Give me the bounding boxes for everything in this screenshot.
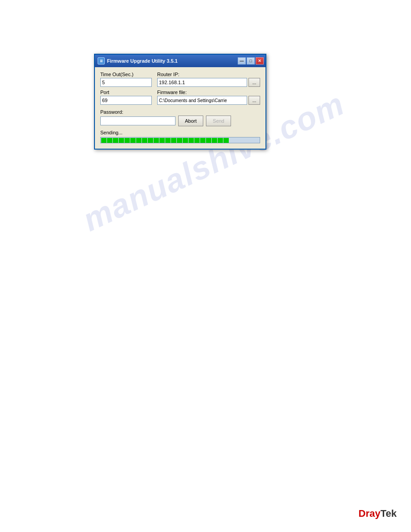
firmware-group: Firmware file: ... xyxy=(157,90,260,105)
router-ip-input[interactable] xyxy=(157,78,247,87)
title-bar: 🖥 Firmware Upgrade Utility 3.5.1 — □ ✕ xyxy=(95,55,265,67)
password-action-row: Abort Send xyxy=(100,116,260,126)
router-ip-input-row: ... xyxy=(157,78,260,87)
progress-block xyxy=(206,138,211,143)
minimize-button[interactable]: — xyxy=(238,57,246,64)
window-title: Firmware Upgrade Utility 3.5.1 xyxy=(107,58,178,64)
abort-button[interactable]: Abort xyxy=(178,116,203,126)
window-controls: — □ ✕ xyxy=(238,57,264,64)
progress-block xyxy=(171,138,176,143)
firmware-label: Firmware file: xyxy=(157,90,260,95)
progress-bar xyxy=(100,137,260,143)
progress-block xyxy=(194,138,200,143)
progress-block xyxy=(130,138,136,143)
password-label: Password: xyxy=(100,109,123,115)
progress-block xyxy=(101,138,107,143)
progress-block xyxy=(177,138,182,143)
progress-block xyxy=(119,138,124,143)
window-icon: 🖥 xyxy=(98,57,105,64)
browse-firmware-button[interactable]: ... xyxy=(248,96,260,105)
send-button[interactable]: Send xyxy=(206,116,231,126)
window-content: Time Out(Sec.) Router IP: ... Port Firmw… xyxy=(95,67,265,149)
timeout-group: Time Out(Sec.) xyxy=(100,72,152,87)
progress-block xyxy=(218,138,223,143)
progress-block xyxy=(107,138,112,143)
router-ip-label: Router IP: xyxy=(157,72,260,77)
close-button[interactable]: ✕ xyxy=(256,57,264,64)
progress-block xyxy=(188,138,194,143)
draytek-dray: Dray xyxy=(359,508,381,519)
progress-block xyxy=(136,138,141,143)
progress-block xyxy=(200,138,206,143)
row-port-firmware: Port Firmware file: ... xyxy=(100,90,260,105)
progress-block xyxy=(159,138,165,143)
firmware-input[interactable] xyxy=(157,96,247,105)
timeout-input[interactable] xyxy=(100,78,152,87)
progress-block xyxy=(223,138,229,143)
timeout-label: Time Out(Sec.) xyxy=(100,72,152,77)
progress-block xyxy=(113,138,118,143)
port-label: Port xyxy=(100,90,152,95)
password-input[interactable] xyxy=(100,116,176,125)
title-bar-left: 🖥 Firmware Upgrade Utility 3.5.1 xyxy=(98,57,178,64)
maximize-button[interactable]: □ xyxy=(247,57,255,64)
row-timeout-router: Time Out(Sec.) Router IP: ... xyxy=(100,72,260,87)
firmware-upgrade-window: 🖥 Firmware Upgrade Utility 3.5.1 — □ ✕ T… xyxy=(94,54,266,150)
port-group: Port xyxy=(100,90,152,105)
progress-block xyxy=(154,138,159,143)
progress-block xyxy=(165,138,171,143)
progress-block xyxy=(183,138,188,143)
progress-block xyxy=(124,138,130,143)
draytek-tek: Tek xyxy=(381,508,397,519)
status-text: Sending... xyxy=(100,130,260,135)
progress-block xyxy=(212,138,217,143)
browse-router-button[interactable]: ... xyxy=(248,78,260,87)
router-ip-group: Router IP: ... xyxy=(157,72,260,87)
progress-fill xyxy=(101,137,260,143)
progress-block xyxy=(148,138,153,143)
draytek-logo: DrayTek xyxy=(359,508,397,519)
password-row: Password: Abort Send xyxy=(100,107,260,126)
progress-block xyxy=(142,138,147,143)
port-input[interactable] xyxy=(100,96,152,105)
firmware-input-row: ... xyxy=(157,96,260,105)
